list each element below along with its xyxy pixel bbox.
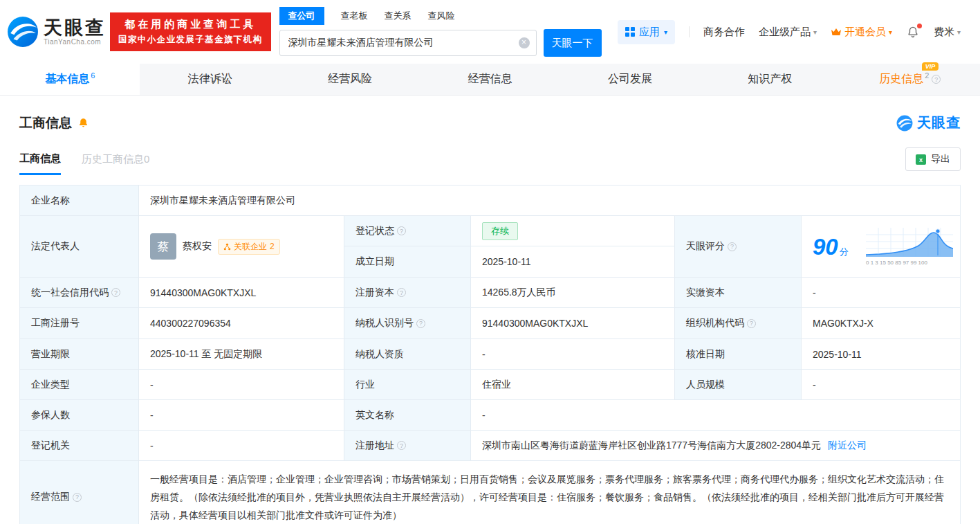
legal-rep-avatar[interactable]: 蔡: [150, 233, 176, 260]
help-icon[interactable]: ?: [397, 288, 406, 297]
field-value-business-term: 2025-10-11 至 无固定期限: [139, 339, 344, 370]
field-value-legal-representative: 蔡 蔡权安 关联企业 2: [139, 216, 344, 278]
field-label-insured-count: 参保人数: [20, 400, 139, 431]
tab-intellectual-property[interactable]: 知识产权: [700, 64, 840, 95]
enterprise-products-label: 企业级产品: [759, 26, 811, 39]
field-value-credit-code: 91440300MAG0KTXJXL: [139, 278, 344, 308]
crown-icon: [831, 27, 842, 37]
field-label-company-type: 企业类型: [20, 370, 139, 400]
export-label: 导出: [931, 153, 950, 165]
help-icon[interactable]: ?: [111, 288, 120, 297]
field-label-company-name: 企业名称: [20, 186, 139, 216]
header-nav: 应用 ▾ 商务合作 企业级产品 ▾ 开通会员 ▾ 费米 ▾: [618, 20, 961, 44]
nav-enterprise-products[interactable]: 企业级产品 ▾: [759, 26, 817, 39]
tab-basic-info[interactable]: 基本信息6: [0, 64, 140, 95]
tab-legal-litigation[interactable]: 法律诉讼: [140, 64, 279, 95]
related-companies-label: 关联企业: [234, 241, 267, 253]
chevron-down-icon: ▾: [957, 28, 961, 36]
field-value-taxpayer-id: 91440300MAG0KTXJXL: [471, 308, 675, 339]
related-companies-badge[interactable]: 关联企业 2: [218, 239, 280, 255]
search-input[interactable]: [279, 30, 537, 56]
score-axis-labels: 0 1 3 15 50 85 97 99 100: [866, 260, 953, 266]
user-menu[interactable]: 费米 ▾: [934, 26, 961, 39]
cooperation-label: 商务合作: [703, 26, 745, 39]
search-button[interactable]: 天眼一下: [544, 29, 602, 57]
search-tab-boss[interactable]: 查老板: [341, 10, 368, 22]
field-label-organization-code: 组织机构代码?: [675, 308, 802, 339]
field-label-tianyan-score: 天眼评分?: [675, 216, 802, 278]
tab-count: 6: [91, 71, 95, 80]
field-label-registered-capital: 注册资本?: [344, 278, 471, 308]
tab-company-development[interactable]: 公司发展: [560, 64, 700, 95]
help-icon[interactable]: ?: [397, 226, 406, 235]
field-label-business-term: 营业期限: [20, 339, 139, 370]
field-value-taxpayer-qualification: -: [471, 339, 675, 370]
field-label-establish-date: 成立日期: [344, 246, 471, 278]
subtab-business-info[interactable]: 工商信息: [19, 152, 61, 175]
field-label-legal-representative: 法定代表人: [20, 216, 139, 278]
search-tab-risk[interactable]: 查风险: [428, 10, 455, 22]
clear-search-icon[interactable]: ×: [519, 37, 530, 48]
help-icon[interactable]: ?: [73, 493, 82, 502]
field-value-registration-number: 440300227096354: [139, 308, 344, 339]
chevron-down-icon: ▾: [889, 28, 892, 36]
section-title: 工商信息: [19, 114, 72, 132]
chevron-down-icon: ▾: [813, 28, 817, 36]
legal-rep-name-link[interactable]: 蔡权安: [183, 240, 212, 253]
help-icon[interactable]: ?: [728, 242, 737, 251]
field-label-staff-size: 人员规模: [675, 370, 802, 400]
tab-count: 2: [925, 71, 929, 80]
open-vip-label: 开通会员: [844, 26, 886, 39]
field-value-approval-date: 2025-10-11: [802, 339, 960, 370]
section-header: 工商信息 天眼查: [0, 96, 980, 132]
field-label-taxpayer-id: 纳税人识别号?: [344, 308, 471, 339]
subtab-label: 历史工商信息: [82, 153, 144, 165]
help-icon[interactable]: ?: [397, 441, 406, 450]
help-icon[interactable]: ?: [747, 319, 756, 328]
watermark-label: 天眼查: [917, 114, 961, 132]
chevron-down-icon: ▾: [664, 28, 667, 36]
nav-cooperation[interactable]: 商务合作: [703, 26, 745, 39]
subtab-history-business-info[interactable]: 历史工商信息0: [82, 153, 149, 175]
tianyancha-watermark: 天眼查: [896, 114, 961, 132]
promo-banner: 都在用的商业查询工具 国家中小企业发展子基金旗下机构: [110, 12, 271, 51]
svg-text:x: x: [919, 156, 923, 163]
field-value-registration-status: 存续: [471, 216, 675, 246]
tab-label: 公司发展: [608, 72, 652, 87]
field-label-industry: 行业: [344, 370, 471, 400]
score-curve-chart: [866, 228, 953, 257]
field-label-registration-number: 工商注册号: [20, 308, 139, 339]
help-icon[interactable]: ?: [416, 319, 425, 328]
nav-open-vip[interactable]: 开通会员 ▾: [831, 26, 892, 39]
tab-operating-info[interactable]: 经营信息: [420, 64, 560, 95]
username-label: 费米: [934, 26, 954, 39]
top-header: 天眼查 TianYanCha.com 都在用的商业查询工具 国家中小企业发展子基…: [0, 0, 980, 64]
tianyancha-logo[interactable]: 天眼查 TianYanCha.com: [7, 16, 106, 48]
field-label-business-scope: 经营范围?: [20, 461, 139, 524]
field-value-registered-address: 深圳市南山区粤海街道蔚蓝海岸社区创业路1777号海信南方大厦2802-2804单…: [471, 431, 960, 461]
tab-operating-risk[interactable]: 经营风险: [280, 64, 420, 95]
apps-menu[interactable]: 应用 ▾: [618, 20, 675, 44]
tab-history-info[interactable]: 历史信息2 VIP ?: [840, 64, 980, 95]
tab-label: 基本信息: [45, 72, 89, 87]
field-value-company-name: 深圳市星耀未来酒店管理有限公司: [139, 186, 960, 216]
field-label-english-name: 英文名称: [344, 400, 471, 431]
field-value-paid-capital: -: [802, 278, 960, 308]
score-number: 90: [813, 234, 838, 260]
export-button[interactable]: x 导出: [905, 147, 961, 171]
status-badge[interactable]: 存续: [482, 222, 518, 240]
help-icon[interactable]: ?: [932, 75, 941, 84]
search-tab-company[interactable]: 查公司: [279, 7, 324, 25]
subscribe-bell-icon[interactable]: [77, 117, 89, 129]
company-nav-tabs: 基本信息6 法律诉讼 经营风险 经营信息 公司发展 知识产权 历史信息2 VIP…: [0, 64, 980, 96]
nav-divider: [689, 26, 690, 37]
field-value-business-scope: 一般经营项目是：酒店管理；企业管理；企业管理咨询；市场营销策划；日用百货销售；会…: [139, 461, 960, 524]
notification-bell[interactable]: [906, 25, 920, 39]
field-value-company-type: -: [139, 370, 344, 400]
tab-label: 知识产权: [748, 72, 792, 87]
banner-line2: 国家中小企业发展子基金旗下机构: [118, 34, 263, 46]
tab-label: 经营信息: [468, 72, 512, 87]
field-label-registered-address: 注册地址?: [344, 431, 471, 461]
nearby-companies-link[interactable]: 附近公司: [828, 440, 867, 452]
search-tab-relation[interactable]: 查关系: [385, 10, 412, 22]
